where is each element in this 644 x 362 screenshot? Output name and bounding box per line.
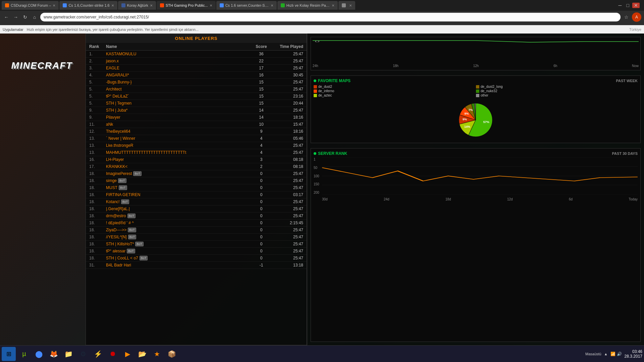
forward-button[interactable]: → [12,13,19,21]
taskbar: ⊞ µ⬤🦊📁⚙⚡⏺▶📂★📦 Masaüstü ▲ 📶 🔊 03:46 28.3.… [0,345,644,362]
rank-graph: 1 50 100 150 200 30d24d18d12d6dToday [314,158,638,201]
bookmark-star[interactable]: ☆ [623,13,630,21]
utorrent-icon[interactable]: µ [17,347,31,361]
score-cell: 0 [250,192,273,197]
players-list: 1. KASTAMONULU 36 25:47 2. jason.x 22 25… [86,51,307,269]
name-cell: Lke.thstrongeR [106,143,250,148]
score-cell: 17 [250,66,273,70]
legend-color-box [476,89,479,93]
tab-close[interactable]: ✕ [53,4,55,7]
rank-x-label: 12d [507,197,513,201]
cs-icon[interactable]: ★ [150,347,164,361]
profile-icon[interactable]: A [632,12,641,22]
score-cell: 4 [250,150,273,155]
home-button[interactable]: ⌂ [31,13,38,21]
score-cell: 4 [250,136,273,141]
time-cell: 25:47 [273,66,303,70]
address-bar[interactable]: www.gametracker.com/server_info/cs6.csdu… [40,13,621,21]
back-button[interactable]: ← [3,13,10,21]
rank-x-label: 30d [322,197,328,201]
name-cell: B4L Badr Hari [106,263,250,267]
reload-button[interactable]: ↻ [21,13,29,21]
col-score: Score [250,44,273,49]
record-icon[interactable]: ⏺ [106,347,120,361]
score-cell: 10 [250,122,273,127]
folder-icon[interactable]: 📂 [135,347,149,361]
name-cell: STH | KillsHoT* BoT [106,242,250,246]
browser-tab-7[interactable]: ✕ [338,1,355,10]
maximize-button[interactable]: □ [625,3,631,8]
rank-cell: 18. [89,185,106,190]
taskbar-right: Masaüstü ▲ 📶 🔊 03:46 28.3.2017 [585,349,642,359]
score-cell: 0 [250,221,273,225]
bot-badge: BoT [121,199,129,204]
rank-cell: 18. [89,221,106,225]
time-cell: 25:47 [273,59,303,63]
rank-cell: 18. [89,171,106,176]
rank-cell: 5. [89,80,106,84]
pie-chart-container: 57%14%9%9%7% [314,100,638,140]
legend-item: de_dust2 [314,85,475,88]
col-time: Time Played [273,44,303,49]
tabs-bar: CSDuragi.COM Forum – ✕ Cs 1.6,Counter-st… [0,0,644,11]
close-button[interactable]: ✕ [632,3,640,8]
tab-close[interactable]: ✕ [271,4,273,7]
table-row: 5. STH | Tegmen 15 20:44 [86,100,307,107]
chrome-icon[interactable]: ⬤ [32,347,46,361]
title-dot [314,79,316,82]
table-row: 18. FIRTINA GETIREN 0 03:17 [86,191,307,198]
name-cell: -Bugs.Bunny-} [106,80,250,84]
server-rank-title: SERVER RANK PAST 30 DAYS [314,151,638,156]
rank-x-label: 18d [445,197,451,201]
score-cell: 36 [250,52,273,56]
tab-close[interactable]: ✕ [210,4,212,7]
start-button[interactable]: ⊞ [2,347,16,361]
url-text: www.gametracker.com/server_info/cs6.csdu… [44,15,149,19]
score-cell: 15 [250,101,273,106]
steam-icon[interactable]: ⚙ [76,347,90,361]
legend-item: de_inferno [314,89,475,93]
time-cell: 25:47 [273,185,303,190]
tab-close[interactable]: ✕ [349,4,352,7]
browser-tab-3[interactable]: Koray Ağtürk ✕ [118,1,156,10]
vlc-icon[interactable]: ▶ [120,347,135,361]
name-cell: ZiyaD---->> BoT [106,228,250,232]
main-content: ONLINE PLAYERS Rank Name Score Time Play… [86,34,644,345]
file-manager-icon[interactable]: 📁 [61,347,75,361]
table-row: 12. TheBeyceli64 9 18:16 [86,128,307,135]
rank-cell: 2. [89,59,106,63]
tab-label: Cs 1.6,Counter-strike 1.6 [68,3,109,7]
tab-close[interactable]: ✕ [150,4,153,7]
name-cell: ! d£pied®d ' # ^ [106,221,250,225]
table-row: 13. MAHMUTTTTTTTTTTTTTTTTTTTTTTTTTTt 4 2… [86,149,307,156]
firefox-icon[interactable]: 🦊 [47,347,61,361]
browser-tab-1[interactable]: CSDuragi.COM Forum – ✕ [2,1,59,10]
bot-badge: BoT [140,256,148,260]
antivirus-icon-symbol: ⚡ [94,350,102,358]
browser-tab-5[interactable]: Cs 1.6 server,Counter-St... ✕ [216,1,277,10]
name-cell: MAHMUTTTTTTTTTTTTTTTTTTTTTTTTTTt [106,150,250,155]
minimize-button[interactable]: ─ [617,3,624,8]
locale-label: Türkiye [629,27,641,32]
y-label-1: 1 [314,158,319,161]
pie-label-0: 57% [483,120,489,124]
firefox-icon-symbol: 🦊 [50,350,58,358]
legend-item: de_dust2_long [476,85,638,88]
tab-close[interactable]: ✕ [111,4,114,7]
time-cell: 18:16 [273,129,303,134]
name-cell: Pilavyer [106,115,250,120]
browser-tab-6[interactable]: Hızlı ve Kolay Resim Pay... ✕ [277,1,338,10]
clock-time: 03:46 [625,349,642,354]
tab-close[interactable]: ✕ [332,4,334,7]
taskbar-expand[interactable]: ▲ [604,352,608,356]
antivirus-icon[interactable]: ⚡ [91,347,105,361]
pie-label-3: 9% [465,112,469,115]
browser-tab-2[interactable]: Cs 1.6,Counter-strike 1.6 ✕ [59,1,117,10]
browser-tab-4[interactable]: STH Gaming Pro Public... ✕ [157,1,216,10]
rank-cell: 5. [89,101,106,106]
activity-graph-section: 0 24h 18h 12h 6h Now [311,37,641,70]
winrar-icon[interactable]: 📦 [165,347,179,361]
table-row: 13. Lke.thstrongeR 4 25:47 [86,142,307,149]
rank-y-labels: 1 50 100 150 200 [314,158,319,194]
taskbar-system-icons: 📶 🔊 [610,352,622,356]
